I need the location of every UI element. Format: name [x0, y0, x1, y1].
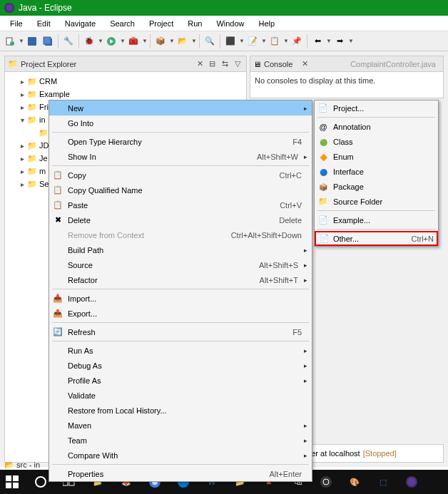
new-package-button[interactable]: 📂 — [175, 34, 190, 48]
submenu-item-enum[interactable]: Enum — [315, 149, 438, 164]
server-status: [Stopped] — [363, 449, 397, 458]
paint-icon[interactable]: 🎨 — [345, 473, 364, 491]
status-icon: 📂 — [4, 460, 14, 469]
menu-item-validate[interactable]: Validate — [49, 388, 312, 403]
console-icon: 🖥 — [253, 60, 261, 68]
explorer-icon: 📁 — [8, 59, 18, 68]
menu-help[interactable]: Help — [252, 18, 282, 29]
menu-project[interactable]: Project — [142, 18, 180, 29]
menu-item-open-type-hierarchy[interactable]: Open Type HierarchyF4 — [49, 134, 312, 149]
cortana-icon[interactable] — [31, 473, 50, 491]
menu-item-profile-as[interactable]: Profile As▸ — [49, 373, 312, 388]
svg-rect-7 — [13, 475, 19, 481]
svg-rect-4 — [44, 37, 51, 44]
menu-item-delete[interactable]: ✖DeleteDelete — [49, 212, 312, 227]
toolbar: ▼ 🔧 🐞▼ ▼ 🧰▼ 📦▼ 📂▼ 🔍 ⬛▼ 📝▼ 📋▼ 📌 ⬅▼ ➡▼ — [0, 31, 448, 51]
menu-item-new[interactable]: New▸ — [49, 101, 312, 115]
explorer-title: Project Explorer — [18, 60, 194, 68]
menu-edit[interactable]: Edit — [30, 18, 58, 29]
tree-item[interactable]: ▸Example — [6, 88, 245, 101]
save-all-button[interactable] — [41, 34, 55, 48]
eclipse-taskbar-icon[interactable] — [402, 473, 421, 491]
explorer-header: 📁 Project Explorer ✕ ⊟ ⇆ ▽ — [5, 56, 246, 72]
svg-point-10 — [36, 477, 46, 487]
console-panel: 🖥 Console ✕ ComplaintController.java No … — [250, 56, 444, 98]
start-button[interactable] — [3, 473, 21, 491]
view-menu-icon[interactable]: ▽ — [232, 59, 243, 68]
menu-item-go-into[interactable]: Go Into — [49, 115, 312, 130]
menu-item-import-[interactable]: 📥Import... — [49, 291, 312, 306]
console-close-icon[interactable]: ✕ — [299, 59, 311, 68]
menu-item-maven[interactable]: Maven▸ — [49, 418, 312, 433]
forward-button[interactable]: ➡ — [332, 34, 347, 48]
submenu-item-annotation[interactable]: @Annotation — [315, 119, 438, 134]
new-button[interactable] — [3, 34, 17, 48]
menu-file[interactable]: File — [3, 18, 30, 29]
external-tools-button[interactable]: 🧰 — [126, 34, 141, 48]
svg-point-1 — [10, 41, 14, 46]
menu-item-run-as[interactable]: Run As▸ — [49, 343, 312, 358]
annotation-button[interactable]: 📝 — [245, 34, 260, 48]
menu-item-show-in[interactable]: Show InAlt+Shift+W▸ — [49, 149, 312, 164]
back-button[interactable]: ⬅ — [310, 34, 325, 48]
window-title: Java - Eclipse — [19, 3, 72, 13]
submenu-item-package[interactable]: Package — [315, 179, 438, 194]
search-button[interactable]: 🔍 — [203, 34, 217, 48]
build-button[interactable]: 🔧 — [61, 34, 76, 48]
menu-window[interactable]: Window — [209, 18, 251, 29]
pin-button[interactable]: 📌 — [290, 34, 304, 48]
menu-item-properties[interactable]: PropertiesAlt+Enter — [49, 466, 312, 481]
titlebar: Java - Eclipse — [0, 0, 448, 16]
submenu-item-other-[interactable]: Other...Ctrl+N — [315, 231, 438, 246]
svg-rect-6 — [6, 475, 11, 481]
debug-button[interactable]: 🐞 — [82, 34, 96, 48]
menu-item-remove-from-context[interactable]: Remove from ContextCtrl+Alt+Shift+Down — [49, 227, 312, 242]
save-button[interactable] — [25, 34, 39, 48]
status-text: src - in — [16, 460, 40, 469]
menu-item-copy[interactable]: 📋CopyCtrl+C — [49, 168, 312, 182]
explorer-close-icon[interactable]: ✕ — [194, 59, 206, 68]
menu-item-refresh[interactable]: 🔄RefreshF5 — [49, 324, 312, 339]
submenu-item-example-[interactable]: Example... — [315, 212, 438, 227]
menu-item-copy-qualified-name[interactable]: 📋Copy Qualified Name — [49, 182, 312, 197]
toggle-button[interactable]: ⬛ — [223, 34, 238, 48]
submenu-item-project-[interactable]: Project... — [315, 101, 438, 115]
obs-icon[interactable] — [317, 473, 335, 491]
run-button[interactable] — [104, 34, 118, 48]
svg-rect-8 — [6, 483, 11, 488]
menu-item-build-path[interactable]: Build Path▸ — [49, 242, 312, 257]
menu-item-source[interactable]: SourceAlt+Shift+S▸ — [49, 257, 312, 272]
eclipse-icon — [4, 3, 14, 13]
collapse-all-icon[interactable]: ⊟ — [206, 59, 218, 68]
new-server-button[interactable]: 📦 — [153, 34, 168, 48]
svg-point-16 — [320, 476, 332, 488]
menu-item-paste[interactable]: 📋PasteCtrl+V — [49, 197, 312, 212]
menubar: File Edit Navigate Search Project Run Wi… — [0, 16, 448, 31]
svg-rect-9 — [13, 483, 19, 488]
menu-item-restore-from-local-history-[interactable]: Restore from Local History... — [49, 403, 312, 418]
task-button[interactable]: 📋 — [268, 34, 282, 48]
menu-item-team[interactable]: Team▸ — [49, 433, 312, 448]
app-icon[interactable]: ⬚ — [374, 473, 392, 491]
menu-search[interactable]: Search — [103, 18, 142, 29]
menu-item-compare-with[interactable]: Compare With▸ — [49, 448, 312, 463]
status-bar: 📂 src - in — [4, 460, 40, 470]
link-editor-icon[interactable]: ⇆ — [219, 59, 230, 68]
new-submenu[interactable]: Project...@AnnotationClassEnumInterfaceP… — [314, 100, 439, 247]
console-message: No consoles to display at this time. — [250, 72, 443, 98]
context-menu[interactable]: New▸Go IntoOpen Type HierarchyF4Show InA… — [49, 100, 312, 482]
menu-item-export-[interactable]: 📤Export... — [49, 306, 312, 321]
menu-run[interactable]: Run — [180, 18, 209, 29]
submenu-item-source-folder[interactable]: Source Folder — [315, 194, 438, 209]
tree-item[interactable]: ▸CRM — [6, 75, 245, 88]
menu-item-debug-as[interactable]: Debug As▸ — [49, 358, 312, 373]
submenu-item-interface[interactable]: Interface — [315, 164, 438, 179]
svg-rect-2 — [28, 37, 36, 46]
menu-navigate[interactable]: Navigate — [58, 18, 103, 29]
console-tab[interactable]: Console — [261, 60, 299, 68]
inactive-tab[interactable]: ComplaintController.java — [346, 60, 440, 68]
submenu-item-class[interactable]: Class — [315, 134, 438, 149]
menu-item-refactor[interactable]: RefactorAlt+Shift+T▸ — [49, 272, 312, 287]
